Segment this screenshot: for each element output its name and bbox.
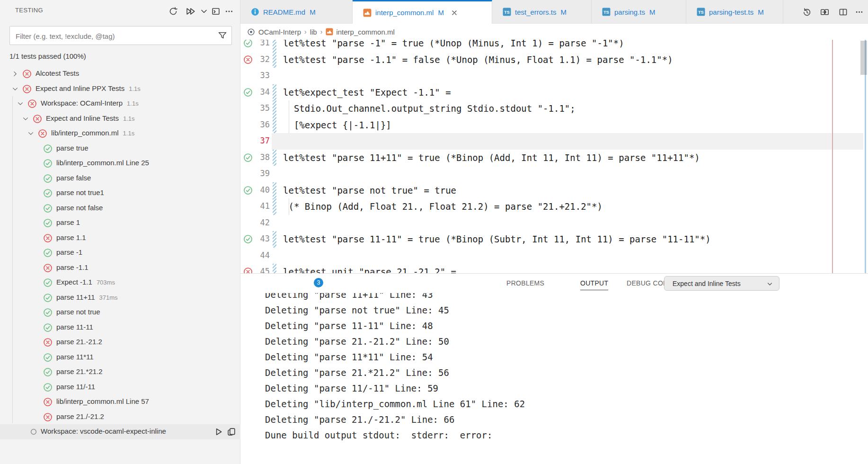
fail-icon — [43, 233, 53, 243]
git-modified-gutter[interactable] — [273, 40, 276, 52]
vscode-window: TESTING 1/1 tests passed (100%) Alcotest… — [0, 0, 868, 464]
editor-scrollbar[interactable] — [860, 41, 867, 75]
pass-icon — [43, 248, 53, 258]
code-line-37: 37 — [240, 133, 868, 150]
breadcrumb-item-project[interactable]: OCaml-Interp — [258, 28, 301, 36]
git-modified-gutter[interactable] — [273, 198, 276, 215]
readme-info-icon — [251, 8, 259, 16]
test-tree-item[interactable]: parse 11/-11 — [0, 380, 240, 395]
code-text: (* Binop (Add, Float 21., Float 21.2) = … — [283, 198, 602, 215]
code-editor[interactable]: 31let%test "parse -1" = true (*Unop (Min… — [240, 40, 868, 273]
workspace-status-row[interactable]: Workspace: vscode-ocaml-expect-inline — [0, 424, 240, 439]
git-modified-gutter[interactable] — [273, 52, 276, 68]
fail-icon — [43, 397, 53, 407]
output-console[interactable]: Deleting "parse 11+11" Line: 43Deleting … — [240, 293, 868, 464]
show-output-icon[interactable] — [211, 7, 221, 16]
filter-input[interactable] — [15, 27, 220, 45]
code-text: let%test "parse not true" = true — [283, 182, 456, 199]
go-to-file-icon[interactable] — [227, 427, 236, 437]
test-tree-item[interactable]: Expect and Inline Tests1.1s — [0, 111, 240, 126]
test-tree-item[interactable]: parse false — [0, 171, 240, 186]
line-number: 42 — [240, 218, 270, 227]
pass-icon — [43, 323, 53, 332]
more-icon[interactable] — [224, 7, 234, 16]
git-modified-gutter[interactable] — [273, 117, 276, 134]
test-tree-item[interactable]: parse not false — [0, 201, 240, 216]
code-line-38: 38let%test "parse 11+11" = true (*Binop … — [240, 150, 868, 166]
git-modified-gutter[interactable] — [273, 182, 276, 199]
git-modified-gutter[interactable] — [273, 100, 276, 117]
test-tree-item[interactable]: parse 21./-21.2 — [0, 410, 240, 425]
test-tree-item[interactable]: lib/interp_common.ml Line 57 — [0, 394, 240, 410]
test-tree-item[interactable]: parse 21.-21.2 — [0, 335, 240, 350]
line-number: 44 — [240, 250, 270, 260]
close-icon[interactable] — [451, 9, 458, 17]
output-channel-select[interactable]: Expect and Inline Tests — [664, 276, 779, 291]
test-tree-item[interactable]: parse 1.1 — [0, 231, 240, 246]
editor-tab-bar: README.mdMinterp_common.mlMTStest_errors… — [240, 0, 868, 24]
code-line-44: 44 — [240, 248, 868, 264]
chevron-down-icon[interactable] — [17, 100, 24, 107]
git-modified-gutter[interactable] — [273, 231, 276, 248]
test-label: parse 11+11371ms — [56, 293, 118, 301]
code-text: let%expect_test "Expect -1.1" = — [283, 84, 451, 101]
code-line-40: 40let%test "parse not true" = true — [240, 182, 868, 199]
fail-icon — [22, 69, 32, 79]
panel-tab-problems[interactable]: PROBLEMS — [506, 279, 544, 287]
chevron-right-icon[interactable] — [12, 71, 18, 77]
panel-tab-output[interactable]: OUTPUT — [580, 279, 608, 290]
breadcrumb-item-folder[interactable]: lib — [310, 28, 317, 36]
test-tree-item[interactable]: Expect -1.1703ms — [0, 275, 240, 290]
tab-README.md[interactable]: README.mdM — [240, 0, 353, 24]
test-label: Expect -1.1703ms — [56, 278, 115, 286]
svg-text:TS: TS — [698, 10, 704, 15]
fail-icon — [43, 338, 53, 347]
test-duration: 1.1s — [123, 115, 135, 122]
refresh-icon[interactable] — [168, 7, 178, 16]
split-editor-icon[interactable] — [839, 8, 848, 17]
output-line: Deleting "parse 21.*21.2" Line: 56 — [265, 365, 449, 381]
test-tree-item[interactable]: parse 21.*21.2 — [0, 365, 240, 380]
tab-parsing-test.ts[interactable]: TSparsing-test.tsM — [686, 0, 783, 24]
test-tree-item[interactable]: Workspace: OCaml-Interp1.1s — [0, 96, 240, 111]
tab-interp_common.ml[interactable]: interp_common.mlM — [353, 0, 492, 24]
tab-test_errors.ts[interactable]: TStest_errors.tsM — [492, 0, 592, 24]
test-tree-item[interactable]: parse 11+11371ms — [0, 290, 240, 305]
code-line-32: 32let%test "parse -1.1" = false (*Unop (… — [240, 52, 868, 68]
test-tree-item[interactable]: parse not true1 — [0, 186, 240, 201]
fail-icon — [27, 99, 37, 108]
test-label: parse not false — [56, 204, 103, 212]
chevron-down-icon[interactable] — [199, 7, 209, 16]
chevron-down-icon[interactable] — [12, 86, 18, 92]
typescript-icon: TS — [697, 8, 705, 16]
test-tree-item[interactable]: parse -1.1 — [0, 260, 240, 276]
open-changes-icon[interactable] — [820, 8, 829, 17]
test-tree-item[interactable]: lib/interp_common.ml1.1s — [0, 126, 240, 141]
git-modified-gutter[interactable] — [273, 150, 276, 166]
test-tree-item[interactable]: parse true — [0, 141, 240, 156]
svg-text:TS: TS — [603, 10, 609, 15]
test-tree-item[interactable]: Alcotest Tests — [0, 66, 240, 81]
chevron-down-icon[interactable] — [27, 130, 34, 137]
test-tree-item[interactable]: parse 11-11 — [0, 320, 240, 335]
git-modified-gutter[interactable] — [273, 84, 276, 101]
git-modified-gutter[interactable] — [273, 264, 276, 273]
filter-funnel-icon[interactable] — [218, 31, 227, 40]
test-tree-item[interactable]: parse 11*11 — [0, 350, 240, 365]
run-test-icon[interactable] — [214, 427, 223, 437]
test-label: parse 21./-21.2 — [56, 412, 104, 420]
history-icon[interactable] — [802, 8, 811, 17]
test-tree-item[interactable]: parse 1 — [0, 215, 240, 231]
test-tree-item[interactable]: parse -1 — [0, 245, 240, 260]
tab-parsing.ts[interactable]: TSparsing.tsM — [592, 0, 686, 24]
pass-icon — [43, 159, 53, 168]
run-all-icon[interactable] — [186, 7, 195, 16]
line-number: 34 — [240, 87, 270, 97]
more-icon[interactable] — [855, 8, 864, 17]
test-tree-item[interactable]: Expect and Inline PPX Tests1.1s — [0, 81, 240, 97]
chevron-down-icon[interactable] — [22, 116, 29, 122]
breadcrumb-item-file[interactable]: interp_common.ml — [336, 28, 394, 36]
test-tree-item[interactable]: lib/interp_common.ml Line 25 — [0, 156, 240, 171]
test-tree-item[interactable]: parse not true — [0, 305, 240, 320]
test-label: parse 11-11 — [56, 323, 93, 331]
